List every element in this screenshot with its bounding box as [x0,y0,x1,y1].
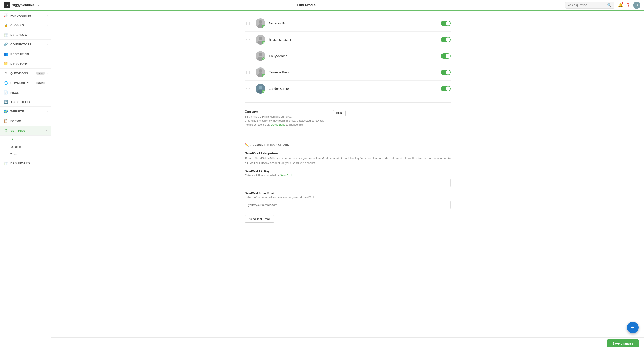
send-test-email-button[interactable]: Send Test Email [245,215,274,223]
sidebar-item-closing[interactable]: 🔒 CLOSING › [0,20,51,30]
member-name: Nicholas Bird [269,22,437,25]
search-bar[interactable]: 🔍 [565,2,614,9]
variables-label: Variables [10,145,22,149]
sidebar-item-fundraising[interactable]: 📈 FUNDRAISING › [0,11,51,20]
member-avatar: ✎ [256,84,266,94]
team-label: Team [10,153,18,156]
sendgrid-link[interactable]: SendGrid [280,174,292,177]
sidebar-item-label: QUESTIONS [10,72,34,75]
drag-handle-icon: ⋮⋮ [245,22,251,25]
fab-button[interactable]: + [627,322,639,333]
sendgrid-desc: Enter a SendGrid API key to send emails … [245,156,451,165]
notification-icon[interactable]: 🔔 [618,3,623,8]
sidebar-item-website[interactable]: 🌍 WEBSITE › [0,107,51,116]
member-row: ⋮⋮ ✎ Terrence Basic [245,64,451,81]
beta-badge: BETA [36,82,44,84]
bottom-bar: Save changes [52,337,644,349]
forms-icon: 📋 [4,119,8,123]
chevron-icon: › [47,120,48,122]
from-email-input[interactable] [245,201,451,209]
member-toggle[interactable] [441,70,451,75]
svg-point-1 [259,20,262,24]
sidebar-item-label: WEBSITE [10,110,44,113]
drag-handle-icon: ⋮⋮ [245,87,251,91]
sidebar-item-back-office[interactable]: 🔄 BACK OFFICE › [0,97,51,107]
chevron-icon: › [47,153,48,156]
sidebar-item-dealflow[interactable]: 📊 DEALFLOW › [0,30,51,40]
member-name: housttest testtttt [269,38,437,42]
settings-submenu: Firm Variables Team › [0,136,51,158]
member-name: Terrence Basic [269,71,437,74]
chevron-icon: › [47,101,48,103]
sidebar-item-label: FORMS [10,119,44,123]
dashboard-icon: 📊 [4,161,8,165]
search-input[interactable] [568,3,605,7]
sidebar-collapse-icon[interactable]: ‹ ☰ [38,3,44,7]
member-avatar: ✎ [256,18,266,28]
member-edit-badge: ✎ [262,57,266,61]
member-name: Emily Adams [269,54,437,58]
closing-icon: 🔒 [4,23,8,27]
member-toggle[interactable] [441,21,451,26]
sidebar-item-label: SETTINGS [10,129,44,132]
sidebar-item-label: COMMUNITY [10,81,34,85]
svg-point-7 [259,53,262,57]
avatar[interactable]: U [633,2,640,9]
sidebar-item-directory[interactable]: 📁 DIRECTORY › [0,59,51,69]
from-email-group: SendGrid From Email Enter the "From" ema… [245,192,451,209]
currency-desc1: This is the VC Firm's domicile currency. [245,115,324,119]
sidebar-item-label: FUNDRAISING [10,14,44,17]
chevron-icon: › [47,24,48,27]
sidebar-sub-item-firm[interactable]: Firm [10,136,51,143]
drag-handle-icon: ⋮⋮ [245,38,251,42]
search-icon: 🔍 [607,3,612,7]
sidebar-item-settings[interactable]: ⚙ SETTINGS ∨ [0,126,51,136]
svg-point-13 [259,86,262,89]
community-icon: 🌐 [4,81,8,85]
member-toggle[interactable] [441,86,451,91]
member-edit-badge: ✎ [262,74,266,77]
member-toggle[interactable] [441,37,451,42]
chevron-icon: › [47,110,48,113]
sidebar-item-label: RECRUITING [10,53,44,56]
sidebar-item-forms[interactable]: 📋 FORMS › [0,116,51,126]
drag-handle-icon: ⋮⋮ [245,71,251,74]
sidebar-item-community[interactable]: 🌐 COMMUNITY BETA › [0,78,51,88]
currency-section: Currency This is the VC Firm's domicile … [245,108,451,132]
chevron-icon: › [47,62,48,65]
settings-icon: ⚙ [4,129,8,133]
svg-point-4 [259,37,262,40]
help-icon[interactable]: ❓ [626,3,630,8]
sidebar-item-label: DEALFLOW [10,33,44,37]
beta-badge: BETA [36,72,44,75]
currency-desc3: Please contact us via Decile Base to cha… [245,123,324,127]
decile-base-link[interactable]: Decile Base [271,123,285,126]
members-list: ⋮⋮ ✎ Nicholas Bird ⋮⋮ ✎ housttest testtt… [245,15,451,97]
currency-desc2: Changing the currency may result in crit… [245,119,324,123]
sidebar-item-connectors[interactable]: 🔗 CONNECTORS › [0,40,51,49]
member-row: ⋮⋮ ✎ Zander Buteux [245,81,451,97]
logo[interactable]: G Giggy Ventures [4,2,35,8]
topbar-icons: 🔔 ❓ U [618,2,640,9]
api-key-input[interactable] [245,179,451,187]
website-icon: 🌍 [4,109,8,113]
connectors-icon: 🔗 [4,42,8,46]
directory-icon: 📁 [4,62,8,66]
member-row: ⋮⋮ ✎ Nicholas Bird [245,15,451,32]
dealflow-icon: 📊 [4,33,8,37]
questions-icon: ⊙ [4,71,8,75]
chevron-down-icon: ∨ [46,129,48,132]
firm-label: Firm [10,138,16,141]
save-changes-button[interactable]: Save changes [607,339,639,347]
sidebar-sub-item-team[interactable]: Team › [10,151,51,158]
sidebar-item-label: CLOSING [10,24,44,27]
sidebar-item-files[interactable]: 📄 FILES › [0,88,51,97]
sidebar-item-recruiting[interactable]: 👥 RECRUITING › [0,49,51,59]
sidebar-item-questions[interactable]: ⊙ QUESTIONS BETA › [0,69,51,78]
member-avatar: ✎ [256,51,266,61]
member-edit-badge: ✎ [262,25,266,28]
sidebar-item-dashboard[interactable]: 📊 DASHBOARD [0,158,51,168]
sidebar-sub-item-variables[interactable]: Variables [10,143,51,151]
account-integrations-header: ✏️ ACCOUNT INTEGRATIONS [245,143,451,147]
member-toggle[interactable] [441,53,451,59]
